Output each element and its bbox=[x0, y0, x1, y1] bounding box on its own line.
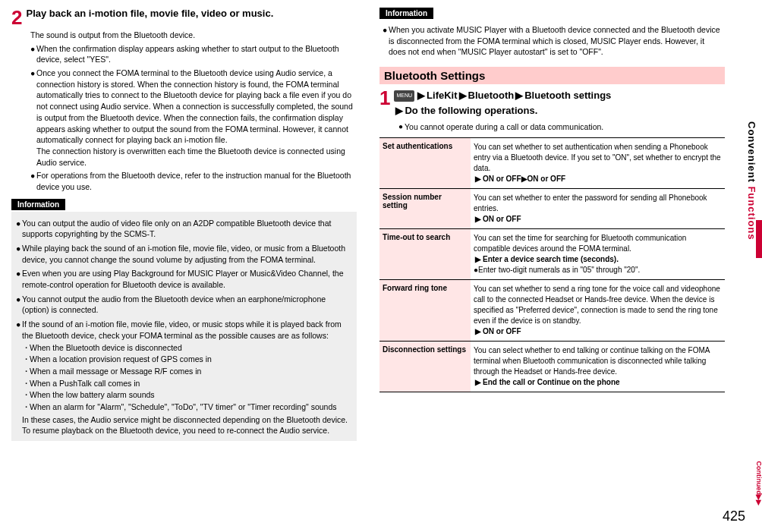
table-row: Disconnection settings You can select wh… bbox=[379, 342, 725, 392]
row-desc: You can set whether to send a ring tone … bbox=[471, 280, 725, 342]
right-column: Information ●When you activate MUSIC Pla… bbox=[379, 8, 725, 524]
side-label-black: Convenient bbox=[746, 121, 757, 186]
row-label: Set authentications bbox=[379, 138, 471, 189]
left-column: 2 Play back an i-motion file, movie file… bbox=[11, 8, 357, 524]
extra-text: Enter two-digit numerals as in "05" thro… bbox=[478, 266, 640, 274]
cmd-text: End the call or Continue on the phone bbox=[483, 378, 620, 386]
step-number: 1 bbox=[379, 88, 390, 108]
row-desc: You can select whether to end talking or… bbox=[471, 342, 725, 392]
desc-text: You can set whether to enter the passwor… bbox=[474, 194, 707, 212]
path-item: Bluetooth settings bbox=[524, 90, 611, 101]
table-row: Time-out to search You can set the time … bbox=[379, 229, 725, 280]
desc-text: You can set whether to set authenticatio… bbox=[474, 143, 721, 172]
information-box-right: ●When you activate MUSIC Player with a B… bbox=[379, 20, 725, 59]
continued-marker: Continued▶▶ bbox=[754, 461, 762, 506]
cmd-text: ON or OFF bbox=[483, 215, 521, 223]
page-container: 2 Play back an i-motion file, movie file… bbox=[0, 0, 762, 532]
cause-item: When a PushTalk call comes in bbox=[30, 378, 352, 389]
info-item: You can output the audio of video file o… bbox=[22, 218, 352, 240]
desc-text: You can select whether to end talking or… bbox=[474, 346, 710, 376]
cmd-text: ON or OFF▶ON or OFF bbox=[483, 175, 565, 183]
step-number: 2 bbox=[11, 8, 22, 27]
cmd-text: Enter a device search time (seconds). bbox=[483, 255, 619, 263]
table-row: Session number setting You can set wheth… bbox=[379, 189, 725, 229]
table-row: Set authentications You can set whether … bbox=[379, 138, 725, 189]
information-header-right: Information bbox=[379, 8, 433, 19]
arrow-icon: ▶ bbox=[395, 105, 403, 116]
row-label: Session number setting bbox=[379, 189, 471, 229]
arrow-icon: ▶ bbox=[459, 90, 467, 101]
step-intro: The sound is output from the Bluetooth d… bbox=[30, 30, 357, 41]
side-tab-marker bbox=[756, 220, 762, 258]
step-header: 2 Play back an i-motion file, movie file… bbox=[11, 8, 357, 27]
information-box: ●You can output the audio of video file … bbox=[11, 212, 357, 441]
path-item: LifeKit bbox=[427, 90, 457, 101]
cause-item: When a location provision request of GPS… bbox=[30, 354, 352, 365]
row-desc: You can set the time for searching for B… bbox=[471, 229, 725, 280]
procedure-note: You cannot operate during a call or data… bbox=[405, 122, 603, 131]
page-number: 425 bbox=[723, 508, 745, 524]
row-desc: You can set whether to set authenticatio… bbox=[471, 138, 725, 189]
cmd-text: ON or OFF bbox=[483, 327, 521, 335]
row-label: Time-out to search bbox=[379, 229, 471, 280]
desc-text: You can set whether to send a ring tone … bbox=[474, 285, 720, 325]
arrow-icon: ▶ bbox=[417, 90, 425, 101]
info-item: If the sound of an i-motion file, movie … bbox=[22, 319, 352, 341]
menu-icon: MENU bbox=[394, 90, 414, 102]
step-title: Play back an i-motion file, movie file, … bbox=[26, 8, 273, 19]
procedure-note-row: ●You cannot operate during a call or dat… bbox=[398, 122, 725, 131]
info-item: While playing back the sound of an i-mot… bbox=[22, 243, 352, 265]
procedure-path: 1 MENU▶LifeKit▶Bluetooth▶Bluetooth setti… bbox=[379, 88, 725, 118]
info-tail: In these cases, the Audio service might … bbox=[22, 414, 352, 436]
arrow-icon: ▶ bbox=[515, 90, 523, 101]
table-row: Forward ring tone You can set whether to… bbox=[379, 280, 725, 342]
cause-item: When a mail message or Message R/F comes… bbox=[30, 366, 352, 377]
row-label: Disconnection settings bbox=[379, 342, 471, 392]
path-tail: Do the following operations. bbox=[405, 105, 537, 116]
settings-table: Set authentications You can set whether … bbox=[379, 137, 725, 392]
info-item: Even when you are using Play Background … bbox=[22, 268, 352, 290]
path-item: Bluetooth bbox=[468, 90, 515, 101]
bullet-text: Once you connect the FOMA terminal to th… bbox=[36, 68, 357, 146]
info-item: You cannot output the audio from the Blu… bbox=[22, 294, 352, 316]
row-desc: You can set whether to enter the passwor… bbox=[471, 189, 725, 229]
info-item: When you activate MUSIC Player with a Bl… bbox=[389, 24, 722, 58]
bullet-extra: The connection history is overwritten ea… bbox=[36, 146, 357, 168]
desc-text: You can set the time for searching for B… bbox=[474, 234, 686, 253]
bullet-text: For operations from the Bluetooth device… bbox=[36, 170, 357, 192]
information-header: Information bbox=[11, 199, 65, 210]
bullet-text: When the confirmation display appears as… bbox=[36, 43, 357, 65]
section-title: Bluetooth Settings bbox=[379, 67, 725, 84]
step-bullet-block: ●When the confirmation display appears a… bbox=[30, 43, 357, 193]
cause-item: When the Bluetooth device is disconnecte… bbox=[30, 342, 352, 354]
cause-item: When an alarm for "Alarm", "Schedule", "… bbox=[30, 401, 352, 413]
cause-item: When the low battery alarm sounds bbox=[30, 389, 352, 401]
row-label: Forward ring tone bbox=[379, 280, 471, 342]
